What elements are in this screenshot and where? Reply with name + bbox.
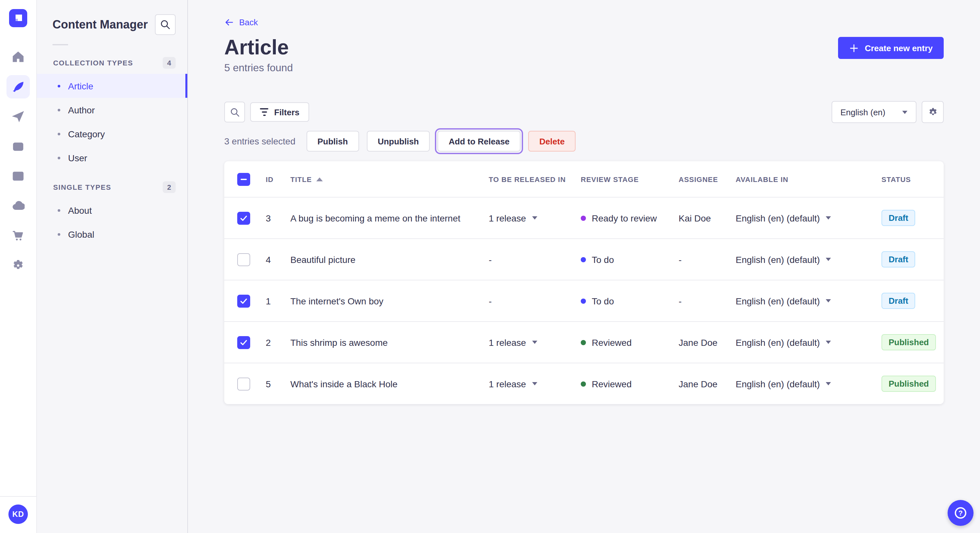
filters-button[interactable]: Filters (250, 102, 309, 122)
table-row[interactable]: 5 What's inside a Black Hole 1 release R… (224, 363, 944, 404)
media-library-icon[interactable] (6, 135, 30, 158)
chevron-down-icon (826, 299, 831, 303)
row-checkbox[interactable] (237, 336, 250, 349)
column-header-release[interactable]: TO BE RELEASED IN (489, 175, 581, 183)
cell-available-in[interactable]: English (en) (default) (736, 254, 881, 265)
content-manager-feather-icon[interactable] (6, 75, 30, 98)
single-types-section: SINGLE TYPES 2 About Global (37, 176, 187, 246)
cell-release[interactable]: 1 release (489, 337, 581, 347)
sidebar-item-category[interactable]: Category (37, 122, 187, 146)
add-to-release-button[interactable]: Add to Release (438, 131, 520, 152)
strapi-logo-icon (9, 9, 27, 27)
locale-select[interactable]: English (en) (831, 101, 916, 123)
publish-button[interactable]: Publish (306, 131, 359, 152)
section-count-badge: 2 (163, 181, 176, 193)
delete-button[interactable]: Delete (528, 131, 576, 152)
chevron-down-icon (532, 341, 537, 344)
content-type-builder-icon[interactable] (6, 165, 30, 188)
column-header-review-stage[interactable]: REVIEW STAGE (581, 175, 679, 183)
sidebar-item-article[interactable]: Article (37, 74, 187, 98)
collection-types-section: COLLECTION TYPES 4 Article Author Catego… (37, 52, 187, 170)
section-header: SINGLE TYPES 2 (37, 176, 187, 198)
home-icon[interactable] (6, 45, 30, 69)
cell-review-stage: Ready to review (581, 213, 679, 223)
sort-ascending-icon (316, 177, 323, 181)
create-new-entry-button[interactable]: Create new entry (838, 37, 944, 59)
help-button[interactable]: ? (948, 500, 974, 526)
cell-title: What's inside a Black Hole (290, 379, 489, 389)
main-nav-icons (6, 45, 30, 277)
column-header-available-in[interactable]: AVAILABLE IN (736, 175, 881, 183)
main-nav: KD (0, 0, 37, 533)
release-paper-plane-icon[interactable] (6, 105, 30, 128)
selection-summary: 3 entries selected (224, 136, 295, 146)
search-button[interactable] (224, 102, 245, 122)
row-checkbox[interactable] (237, 253, 250, 266)
question-mark-icon: ? (953, 506, 968, 520)
entries-count-subtitle: 5 entries found (224, 62, 944, 74)
cloud-icon[interactable] (6, 194, 30, 217)
user-avatar[interactable]: KD (8, 504, 28, 524)
cell-assignee: - (679, 296, 736, 306)
select-all-checkbox[interactable] (237, 173, 250, 186)
cell-release[interactable]: - (489, 296, 581, 306)
cell-release[interactable]: - (489, 254, 581, 265)
cell-id: 2 (266, 337, 290, 347)
sidebar-item-author[interactable]: Author (37, 98, 187, 122)
bullet-icon (58, 84, 60, 87)
check-icon (239, 338, 248, 347)
sidebar-item-about[interactable]: About (37, 198, 187, 222)
view-settings-button[interactable] (922, 101, 944, 123)
table-row[interactable]: 1 The internet's Own boy - To do - Engli… (224, 280, 944, 321)
unpublish-button[interactable]: Unpublish (366, 131, 430, 152)
column-header-id[interactable]: ID (266, 175, 290, 183)
cell-available-in[interactable]: English (en) (default) (736, 337, 881, 347)
cell-available-in[interactable]: English (en) (default) (736, 379, 881, 389)
table-row[interactable]: 2 This shrimp is awesome 1 release Revie… (224, 321, 944, 363)
cell-assignee: Jane Doe (679, 337, 736, 347)
marketplace-cart-icon[interactable] (6, 224, 30, 247)
entries-table: ID TITLE TO BE RELEASED IN REVIEW STAGE … (224, 161, 944, 404)
cell-available-in[interactable]: English (en) (default) (736, 213, 881, 223)
cell-review-stage: Reviewed (581, 379, 679, 389)
filter-icon (260, 108, 268, 116)
cell-assignee: - (679, 254, 736, 265)
chevron-down-icon (826, 341, 831, 344)
page-title: Article (224, 36, 289, 59)
cell-release[interactable]: 1 release (489, 379, 581, 389)
search-icon (229, 106, 240, 117)
row-checkbox[interactable] (237, 211, 250, 224)
bullet-icon (58, 132, 60, 135)
back-link[interactable]: Back (224, 17, 258, 27)
strapi-logo[interactable] (9, 9, 27, 27)
cell-id: 1 (266, 296, 290, 306)
sidebar-item-user[interactable]: User (37, 146, 187, 170)
cell-id: 5 (266, 379, 290, 389)
svg-text:?: ? (958, 509, 963, 517)
chevron-down-icon (532, 382, 537, 385)
cell-title: The internet's Own boy (290, 296, 489, 306)
gear-icon (927, 106, 938, 117)
cell-assignee: Kai Doe (679, 213, 736, 223)
cell-title: This shrimp is awesome (290, 337, 489, 347)
cell-id: 4 (266, 254, 290, 265)
row-checkbox[interactable] (237, 377, 250, 390)
column-header-status[interactable]: STATUS (881, 175, 944, 183)
cell-release[interactable]: 1 release (489, 213, 581, 223)
bullet-icon (58, 108, 60, 111)
search-icon (159, 19, 171, 30)
table-row[interactable]: 3 A bug is becoming a meme on the intern… (224, 197, 944, 238)
table-row[interactable]: 4 Beautiful picture - To do - English (e… (224, 238, 944, 280)
column-header-assignee[interactable]: ASSIGNEE (679, 175, 736, 183)
check-icon (239, 296, 248, 305)
subnav-title: Content Manager (52, 18, 148, 32)
cell-review-stage: To do (581, 254, 679, 265)
bullet-icon (58, 156, 60, 159)
back-label: Back (239, 17, 258, 27)
settings-gear-icon[interactable] (6, 254, 30, 277)
row-checkbox[interactable] (237, 294, 250, 307)
sidebar-item-global[interactable]: Global (37, 222, 187, 246)
cell-available-in[interactable]: English (en) (default) (736, 296, 881, 306)
subnav-search-button[interactable] (155, 14, 176, 35)
column-header-title[interactable]: TITLE (290, 175, 489, 183)
